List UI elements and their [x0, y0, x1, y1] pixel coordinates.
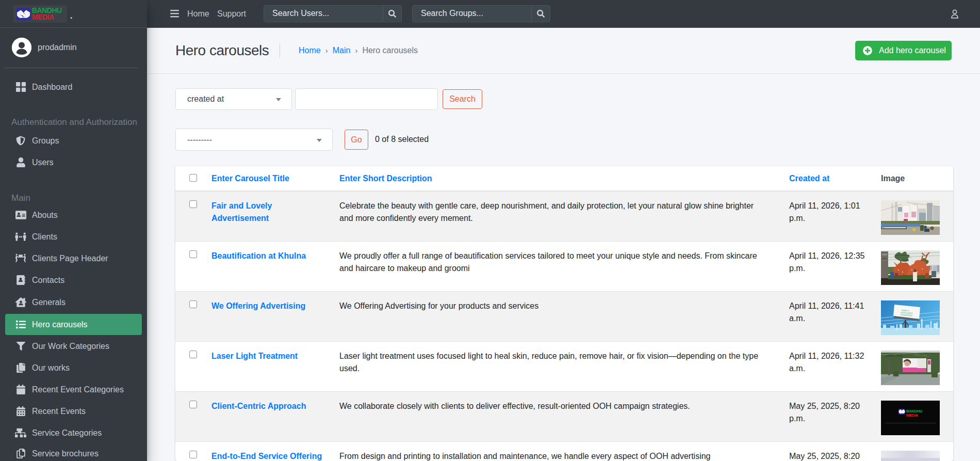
svg-text:MEDIA: MEDIA: [906, 412, 919, 417]
